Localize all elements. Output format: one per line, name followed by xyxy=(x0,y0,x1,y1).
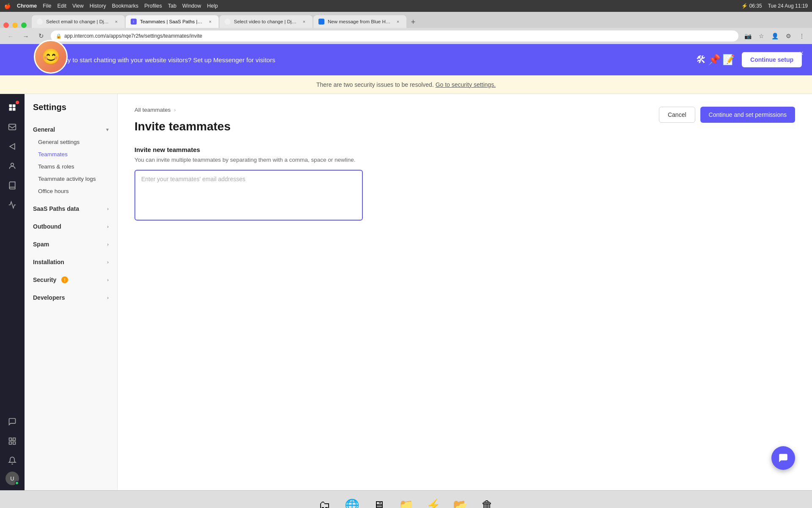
sidebar-installation-label: Installation xyxy=(33,259,64,265)
profile-icon[interactable]: 👤 xyxy=(770,31,780,41)
svg-rect-9 xyxy=(9,442,12,444)
browser-tab-2[interactable]: i Teammates | SaaS Paths | Inte... × xyxy=(126,15,219,28)
dock-folder[interactable]: 📂 xyxy=(449,494,471,508)
bookmark-icon[interactable]: ☆ xyxy=(756,31,766,41)
sidebar-item-general-settings[interactable]: General settings xyxy=(25,136,117,148)
nav-icon-conversations[interactable] xyxy=(4,413,21,430)
dock-files[interactable]: 📁 xyxy=(395,494,417,508)
macos-menubar: 🍎 Chrome File Edit View History Bookmark… xyxy=(0,0,812,12)
forward-button[interactable]: → xyxy=(20,30,31,41)
url-bar[interactable]: 🔒 app.intercom.com/a/apps/nqe7r2fw/setti… xyxy=(51,30,738,41)
messenger-banner: 😊 Ready to start chatting with your webs… xyxy=(0,44,812,75)
tab-menu[interactable]: Tab xyxy=(168,3,176,9)
banner-text: Ready to start chatting with your websit… xyxy=(52,56,689,64)
sidebar-header-saas[interactable]: SaaS Paths data › xyxy=(25,202,117,215)
sidebar-section-saas: SaaS Paths data › xyxy=(25,200,117,218)
banner-close-button[interactable]: × xyxy=(799,49,804,58)
nav-icon-inbox[interactable] xyxy=(4,119,21,135)
invite-desc: You can invite multiple teammates by sep… xyxy=(134,157,795,163)
dock-chrome[interactable]: 🌐 xyxy=(341,494,363,508)
view-menu[interactable]: View xyxy=(72,3,84,9)
banner-avatar: 😊 xyxy=(34,40,68,74)
tab-1-close[interactable]: × xyxy=(113,18,120,25)
chevron-right-icon-2: › xyxy=(107,224,109,229)
menu-icon[interactable]: ⋮ xyxy=(797,31,807,41)
browser-tab-3[interactable]: Select video to change | Djang... × xyxy=(219,15,313,28)
security-settings-link[interactable]: Go to security settings. xyxy=(436,81,496,88)
sidebar-item-teams-roles[interactable]: Teams & roles xyxy=(25,160,117,173)
breadcrumb-separator: › xyxy=(174,107,176,113)
tab-1-label: Select email to change | Djang... xyxy=(46,19,110,24)
sidebar-item-teammates[interactable]: Teammates xyxy=(25,148,117,160)
nav-icon-campaigns[interactable] xyxy=(4,138,21,155)
sidebar-header-spam[interactable]: Spam › xyxy=(25,238,117,251)
left-nav: U xyxy=(0,94,25,490)
sidebar-section-installation: Installation › xyxy=(25,253,117,271)
sidebar-section-developers: Developers › xyxy=(25,289,117,306)
security-warning-text: There are two security issues to be reso… xyxy=(316,81,434,88)
nav-icon-contacts[interactable] xyxy=(4,157,21,174)
chevron-right-icon-3: › xyxy=(107,242,109,247)
continue-setup-button[interactable]: Continue setup xyxy=(742,52,802,67)
nav-icon-notifications[interactable] xyxy=(4,452,21,469)
nav-icon-reports[interactable] xyxy=(4,196,21,213)
help-menu[interactable]: Help xyxy=(207,3,218,9)
sidebar-saas-label: SaaS Paths data xyxy=(33,205,79,212)
app-container: 😊 Ready to start chatting with your webs… xyxy=(0,44,812,490)
extensions-icon[interactable]: ⚙ xyxy=(783,31,793,41)
nav-icon-home[interactable] xyxy=(4,99,21,116)
browser-tab-4[interactable]: New message from Blue Helic... × xyxy=(313,15,406,28)
history-menu[interactable]: History xyxy=(90,3,106,9)
close-button[interactable] xyxy=(3,22,9,28)
dock-finder[interactable]: 🗂 xyxy=(314,494,336,508)
security-badge: ! xyxy=(61,276,68,283)
file-menu[interactable]: File xyxy=(43,3,51,9)
sidebar-general-label: General xyxy=(33,126,55,133)
email-input[interactable] xyxy=(134,170,363,221)
invite-section-title: Invite new teammates xyxy=(134,146,795,153)
cancel-button[interactable]: Cancel xyxy=(659,107,695,123)
sidebar-header-outbound[interactable]: Outbound › xyxy=(25,220,117,233)
sidebar-section-spam: Spam › xyxy=(25,235,117,253)
bookmarks-menu[interactable]: Bookmarks xyxy=(112,3,139,9)
sidebar-header-developers[interactable]: Developers › xyxy=(25,291,117,304)
app-name[interactable]: Chrome xyxy=(17,3,37,9)
tab-2-favicon: i xyxy=(131,19,137,25)
settings-sidebar: Settings General ▾ General settings Team… xyxy=(25,94,118,490)
reload-button[interactable]: ↻ xyxy=(36,30,47,41)
back-button[interactable]: ← xyxy=(5,30,16,41)
dock-trash[interactable]: 🗑 xyxy=(476,494,498,508)
breadcrumb-root-link[interactable]: All teammates xyxy=(134,107,171,113)
minimize-button[interactable] xyxy=(12,22,18,28)
nav-icon-apps[interactable] xyxy=(4,433,21,450)
continue-permissions-button[interactable]: Continue and set permissions xyxy=(700,107,795,123)
sidebar-item-office-hours[interactable]: Office hours xyxy=(25,185,117,197)
dock-voltaiq[interactable]: ⚡ xyxy=(422,494,444,508)
tab-1-favicon xyxy=(37,19,43,25)
nav-icon-knowledge[interactable] xyxy=(4,177,21,194)
sidebar-section-security: Security ! › xyxy=(25,271,117,289)
svg-point-5 xyxy=(11,163,14,166)
window-menu[interactable]: Window xyxy=(182,3,201,9)
macos-dock: 🗂 🌐 🖥 📁 ⚡ 📂 🗑 xyxy=(0,490,812,508)
sidebar-header-installation[interactable]: Installation › xyxy=(25,256,117,268)
tab-4-close[interactable]: × xyxy=(395,18,401,25)
sidebar-item-activity-logs[interactable]: Teammate activity logs xyxy=(25,173,117,185)
tab-2-close[interactable]: × xyxy=(207,18,214,25)
tab-3-close[interactable]: × xyxy=(301,18,307,25)
maximize-button[interactable] xyxy=(21,22,27,28)
edit-menu[interactable]: Edit xyxy=(57,3,66,9)
intercom-chat-bubble[interactable] xyxy=(771,446,795,470)
svg-rect-8 xyxy=(13,442,16,444)
apple-menu[interactable]: 🍎 xyxy=(4,3,11,9)
cast-icon[interactable]: 📷 xyxy=(743,31,753,41)
new-tab-button[interactable]: + xyxy=(407,16,419,28)
dock-terminal[interactable]: 🖥 xyxy=(368,494,390,508)
user-avatar[interactable]: U xyxy=(5,472,19,485)
sidebar-spam-label: Spam xyxy=(33,241,49,248)
browser-tab-1[interactable]: Select email to change | Djang... × xyxy=(32,15,125,28)
profiles-menu[interactable]: Profiles xyxy=(144,3,162,9)
sidebar-header-general[interactable]: General ▾ xyxy=(25,123,117,136)
svg-rect-2 xyxy=(9,108,12,111)
sidebar-header-security[interactable]: Security ! › xyxy=(25,273,117,286)
